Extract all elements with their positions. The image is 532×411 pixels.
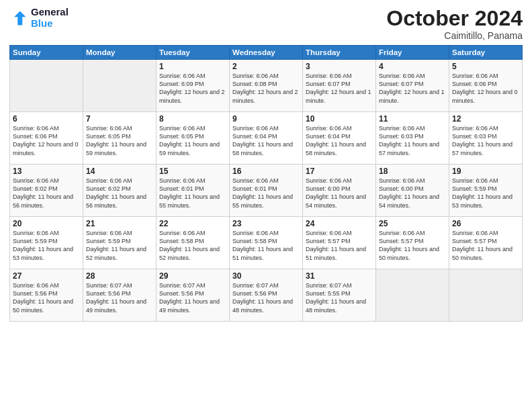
calendar-week-row: 1Sunrise: 6:06 AMSunset: 6:09 PMDaylight… <box>10 60 523 112</box>
day-number: 9 <box>232 114 300 124</box>
day-number: 10 <box>306 114 373 124</box>
calendar-cell: 25Sunrise: 6:06 AMSunset: 5:57 PMDayligh… <box>376 217 449 269</box>
calendar-cell: 20Sunrise: 6:06 AMSunset: 5:59 PMDayligh… <box>10 217 83 269</box>
calendar-week-row: 27Sunrise: 6:06 AMSunset: 5:56 PMDayligh… <box>10 269 523 322</box>
calendar-header-row: SundayMondayTuesdayWednesdayThursdayFrid… <box>10 46 523 60</box>
cell-info: Sunrise: 6:06 AMSunset: 5:59 PMDaylight:… <box>452 177 519 210</box>
cell-info: Sunrise: 6:06 AMSunset: 5:57 PMDaylight:… <box>306 229 373 262</box>
calendar-cell <box>83 60 157 112</box>
day-number: 30 <box>232 271 300 281</box>
cell-info: Sunrise: 6:06 AMSunset: 6:08 PMDaylight:… <box>232 72 300 105</box>
day-number: 12 <box>452 114 519 124</box>
calendar-cell: 24Sunrise: 6:06 AMSunset: 5:57 PMDayligh… <box>303 217 376 269</box>
cell-info: Sunrise: 6:06 AMSunset: 6:02 PMDaylight:… <box>13 177 80 210</box>
day-number: 7 <box>86 114 153 124</box>
calendar-cell: 14Sunrise: 6:06 AMSunset: 6:02 PMDayligh… <box>83 165 157 217</box>
cell-info: Sunrise: 6:06 AMSunset: 5:58 PMDaylight:… <box>159 229 226 262</box>
day-number: 3 <box>306 62 373 71</box>
day-number: 13 <box>13 167 80 176</box>
day-number: 16 <box>232 167 300 176</box>
svg-marker-1 <box>14 11 26 25</box>
calendar-cell: 26Sunrise: 6:06 AMSunset: 5:57 PMDayligh… <box>449 217 523 269</box>
cell-info: Sunrise: 6:06 AMSunset: 6:00 PMDaylight:… <box>306 177 373 210</box>
day-number: 2 <box>232 62 300 71</box>
cell-info: Sunrise: 6:06 AMSunset: 5:56 PMDaylight:… <box>13 281 80 314</box>
calendar-cell: 3Sunrise: 6:06 AMSunset: 6:07 PMDaylight… <box>303 60 376 112</box>
day-header-tuesday: Tuesday <box>157 46 230 60</box>
day-number: 29 <box>159 271 226 281</box>
cell-info: Sunrise: 6:06 AMSunset: 6:01 PMDaylight:… <box>232 177 300 210</box>
cell-info: Sunrise: 6:06 AMSunset: 5:58 PMDaylight:… <box>232 229 300 262</box>
cell-info: Sunrise: 6:07 AMSunset: 5:56 PMDaylight:… <box>232 281 300 314</box>
day-header-thursday: Thursday <box>303 46 376 60</box>
calendar-week-row: 6Sunrise: 6:06 AMSunset: 6:06 PMDaylight… <box>10 112 523 165</box>
cell-info: Sunrise: 6:06 AMSunset: 6:00 PMDaylight:… <box>379 177 446 210</box>
cell-info: Sunrise: 6:06 AMSunset: 6:06 PMDaylight:… <box>452 72 519 105</box>
cell-info: Sunrise: 6:06 AMSunset: 6:04 PMDaylight:… <box>306 124 373 157</box>
day-header-monday: Monday <box>83 46 157 60</box>
day-header-saturday: Saturday <box>449 46 523 60</box>
calendar-cell: 27Sunrise: 6:06 AMSunset: 5:56 PMDayligh… <box>10 269 83 322</box>
calendar-cell <box>376 269 449 322</box>
cell-info: Sunrise: 6:06 AMSunset: 5:59 PMDaylight:… <box>13 229 80 262</box>
calendar-cell: 29Sunrise: 6:07 AMSunset: 5:56 PMDayligh… <box>157 269 230 322</box>
cell-info: Sunrise: 6:06 AMSunset: 6:03 PMDaylight:… <box>379 124 446 157</box>
calendar-cell: 21Sunrise: 6:06 AMSunset: 5:59 PMDayligh… <box>83 217 157 269</box>
cell-info: Sunrise: 6:06 AMSunset: 6:05 PMDaylight:… <box>159 124 226 157</box>
day-number: 1 <box>159 62 226 71</box>
day-number: 24 <box>306 219 373 228</box>
day-header-friday: Friday <box>376 46 449 60</box>
day-number: 27 <box>13 271 80 281</box>
calendar-cell: 23Sunrise: 6:06 AMSunset: 5:58 PMDayligh… <box>230 217 303 269</box>
day-number: 17 <box>306 167 373 176</box>
day-number: 28 <box>86 271 153 281</box>
calendar-cell: 15Sunrise: 6:06 AMSunset: 6:01 PMDayligh… <box>157 165 230 217</box>
cell-info: Sunrise: 6:06 AMSunset: 6:01 PMDaylight:… <box>159 177 226 210</box>
cell-info: Sunrise: 6:07 AMSunset: 5:56 PMDaylight:… <box>159 281 226 314</box>
day-header-sunday: Sunday <box>10 46 83 60</box>
calendar-cell: 12Sunrise: 6:06 AMSunset: 6:03 PMDayligh… <box>449 112 523 165</box>
day-number: 18 <box>379 167 446 176</box>
calendar-cell: 1Sunrise: 6:06 AMSunset: 6:09 PMDaylight… <box>157 60 230 112</box>
calendar-cell <box>449 269 523 322</box>
day-number: 25 <box>379 219 446 228</box>
calendar-cell: 10Sunrise: 6:06 AMSunset: 6:04 PMDayligh… <box>303 112 376 165</box>
logo-text: General Blue <box>31 7 69 29</box>
calendar-cell: 11Sunrise: 6:06 AMSunset: 6:03 PMDayligh… <box>376 112 449 165</box>
calendar-cell: 2Sunrise: 6:06 AMSunset: 6:08 PMDaylight… <box>230 60 303 112</box>
day-number: 14 <box>86 167 153 176</box>
cell-info: Sunrise: 6:06 AMSunset: 6:02 PMDaylight:… <box>86 177 153 210</box>
calendar-container: General Blue October 2024 Caimitillo, Pa… <box>0 0 532 411</box>
calendar-cell: 30Sunrise: 6:07 AMSunset: 5:56 PMDayligh… <box>230 269 303 322</box>
day-number: 5 <box>452 62 519 71</box>
calendar-cell: 19Sunrise: 6:06 AMSunset: 5:59 PMDayligh… <box>449 165 523 217</box>
header: General Blue October 2024 Caimitillo, Pa… <box>9 7 523 41</box>
logo-icon <box>9 9 28 28</box>
cell-info: Sunrise: 6:06 AMSunset: 6:05 PMDaylight:… <box>86 124 153 157</box>
day-header-wednesday: Wednesday <box>230 46 303 60</box>
cell-info: Sunrise: 6:07 AMSunset: 5:56 PMDaylight:… <box>86 281 153 314</box>
logo: General Blue <box>9 7 69 29</box>
calendar-cell: 9Sunrise: 6:06 AMSunset: 6:04 PMDaylight… <box>230 112 303 165</box>
cell-info: Sunrise: 6:06 AMSunset: 5:57 PMDaylight:… <box>379 229 446 262</box>
calendar-cell: 18Sunrise: 6:06 AMSunset: 6:00 PMDayligh… <box>376 165 449 217</box>
day-number: 21 <box>86 219 153 228</box>
cell-info: Sunrise: 6:07 AMSunset: 5:55 PMDaylight:… <box>306 281 373 314</box>
day-number: 19 <box>452 167 519 176</box>
calendar-cell: 31Sunrise: 6:07 AMSunset: 5:55 PMDayligh… <box>303 269 376 322</box>
calendar-cell: 7Sunrise: 6:06 AMSunset: 6:05 PMDaylight… <box>83 112 157 165</box>
cell-info: Sunrise: 6:06 AMSunset: 6:07 PMDaylight:… <box>306 72 373 105</box>
cell-info: Sunrise: 6:06 AMSunset: 6:03 PMDaylight:… <box>452 124 519 157</box>
title-block: October 2024 Caimitillo, Panama <box>386 7 523 41</box>
cell-info: Sunrise: 6:06 AMSunset: 5:59 PMDaylight:… <box>86 229 153 262</box>
calendar-week-row: 20Sunrise: 6:06 AMSunset: 5:59 PMDayligh… <box>10 217 523 269</box>
day-number: 31 <box>306 271 373 281</box>
cell-info: Sunrise: 6:06 AMSunset: 5:57 PMDaylight:… <box>452 229 519 262</box>
day-number: 4 <box>379 62 446 71</box>
day-number: 11 <box>379 114 446 124</box>
day-number: 20 <box>13 219 80 228</box>
calendar-cell: 8Sunrise: 6:06 AMSunset: 6:05 PMDaylight… <box>157 112 230 165</box>
calendar-cell: 4Sunrise: 6:06 AMSunset: 6:07 PMDaylight… <box>376 60 449 112</box>
cell-info: Sunrise: 6:06 AMSunset: 6:06 PMDaylight:… <box>13 124 80 157</box>
day-number: 6 <box>13 114 80 124</box>
